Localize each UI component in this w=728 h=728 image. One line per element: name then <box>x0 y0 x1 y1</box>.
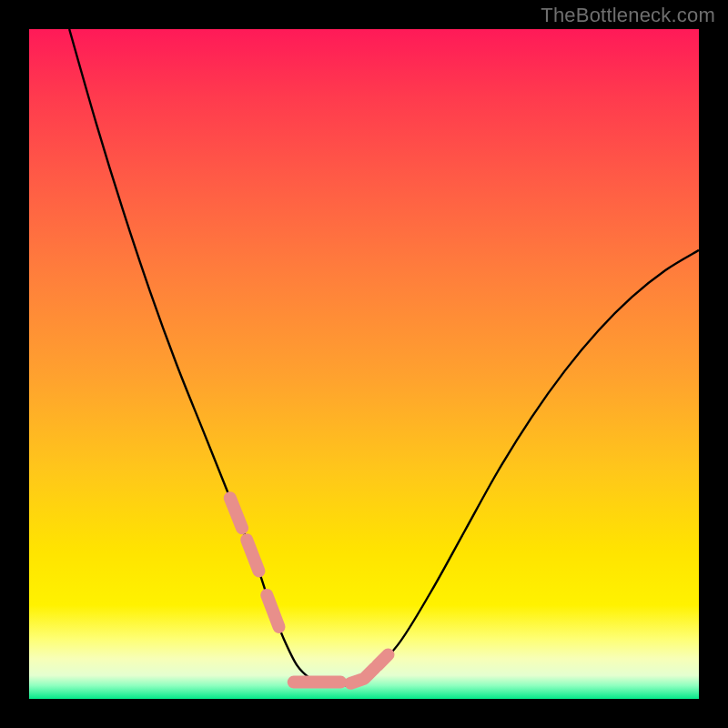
floor-markers <box>230 498 389 683</box>
floor-marker-segment <box>230 498 242 528</box>
bottleneck-curve <box>69 29 699 686</box>
watermark-text: TheBottleneck.com <box>541 4 715 27</box>
chart-plot-area <box>29 29 699 699</box>
chart-frame: TheBottleneck.com <box>0 0 728 728</box>
floor-marker-segment <box>267 595 278 627</box>
floor-marker-segment <box>247 540 258 571</box>
floor-marker-segment <box>378 654 389 665</box>
chart-svg <box>29 29 699 699</box>
